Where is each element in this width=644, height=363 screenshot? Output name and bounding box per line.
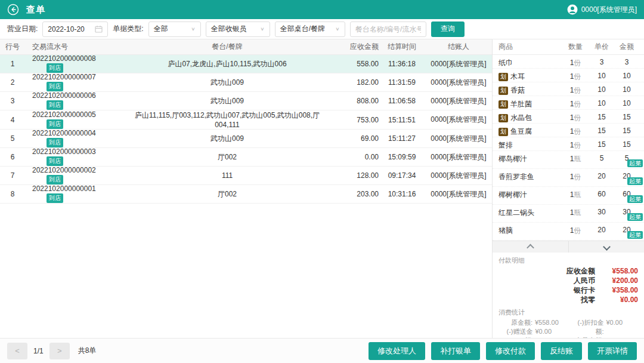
modify-payment-button[interactable]: 修改付款 (486, 342, 535, 360)
order-serial: 2022102000000003 (32, 148, 126, 156)
order-amount: 182.00 (328, 78, 379, 87)
chevron-down-icon: ∨ (260, 26, 264, 32)
top-bar: 查单 0000[系统管理员] (0, 0, 644, 19)
modify-handler-button[interactable]: 修改处理人 (369, 342, 425, 360)
order-time: 11:06:58 (379, 97, 425, 105)
col-item-amount: 金额 (614, 42, 644, 52)
item-name-cell: 蟹排 (493, 140, 562, 150)
list-item[interactable]: 划羊肚菌1份1010 (493, 96, 644, 110)
footer-bar: < 1/1 > 共8单 修改处理人补打银单修改付款反结账开票详情 (0, 338, 644, 363)
list-item[interactable]: 香煎罗非鱼1份2020起菜 (493, 169, 644, 187)
item-unit: 份 (574, 141, 581, 149)
item-name: 红星二锅头 (499, 208, 534, 218)
list-item[interactable]: 猪脑1份2020起菜 (493, 223, 644, 241)
order-table-name: 武功山009 (126, 96, 328, 106)
stat-row: (-)折扣金额:¥0.00 (569, 318, 638, 336)
hua-badge: 划 (499, 128, 508, 136)
order-row-no: 7 (0, 171, 25, 180)
table-row[interactable]: 52022102000000004到店武功山00969.0015:11:2700… (0, 130, 492, 148)
chevron-down-icon (603, 243, 611, 251)
order-time: 09:17:34 (379, 171, 425, 180)
order-serial-cell: 2022102000000004到店 (25, 130, 126, 147)
order-detail-panel: 商品 数量 单价 金额 纸巾1份33划木耳1份1010划香菇1份1010划羊肚菌… (492, 39, 644, 338)
order-serial-badge-line: 到店 (32, 100, 126, 110)
item-amount: 10 (614, 85, 644, 94)
order-amount: 558.00 (328, 60, 379, 68)
order-serial-badge-line: 到店 (32, 193, 126, 203)
table-row[interactable]: 82022102000000001到店厅002203.0010:31:16000… (0, 185, 492, 204)
col-cashier: 结账人 (425, 42, 492, 52)
table-row[interactable]: 22022102000000007到店武功山009182.0011:31:590… (0, 73, 492, 92)
col-amount: 应收金额 (328, 42, 379, 52)
order-serial-cell: 2022102000000006到店 (25, 92, 126, 110)
business-date-input[interactable]: 2022-10-20 (42, 21, 108, 37)
invoice-details-button[interactable]: 开票详情 (588, 342, 637, 360)
table-row[interactable]: 72022102000000002到店111128.0009:17:340000… (0, 167, 492, 185)
order-amount: 0.00 (328, 153, 379, 161)
col-item-qty: 数量 (562, 42, 589, 52)
query-button[interactable]: 查询 (431, 21, 465, 37)
list-item[interactable]: 划鱼豆腐1份1515 (493, 124, 644, 137)
list-item[interactable]: 椰岛椰汁1瓶55起菜 (493, 151, 644, 169)
item-qty: 1份 (562, 140, 589, 150)
order-amount: 69.00 (328, 134, 379, 143)
list-item[interactable]: 纸巾1份33 (493, 55, 644, 69)
list-item[interactable]: 划木耳1份1010 (493, 69, 644, 82)
payment-row: 应收金额¥558.00 (499, 266, 638, 276)
scroll-up-button[interactable] (493, 241, 568, 253)
item-name-cell: 划羊肚菌 (493, 99, 562, 109)
date-label: 营业日期: (7, 24, 38, 34)
reprint-bill-button[interactable]: 补打银单 (431, 342, 480, 360)
cashier-select[interactable]: 全部收银员 ∨ (206, 21, 270, 37)
col-item-name: 商品 (493, 42, 562, 52)
item-price: 10 (589, 85, 614, 94)
payment-row: 银行卡¥358.00 (499, 285, 638, 295)
order-row-no: 8 (0, 190, 25, 198)
back-icon[interactable] (7, 4, 19, 16)
list-item[interactable]: 蟹排1份1515 (493, 137, 644, 151)
item-unit: 瓶 (574, 190, 581, 199)
payment-label: 找零 (581, 295, 595, 304)
table-row[interactable]: 62022102000000003到店厅0020.0015:09:590000[… (0, 148, 492, 167)
item-price: 15 (589, 127, 614, 135)
order-time: 15:11:51 (379, 116, 425, 124)
item-price: 30 (589, 208, 614, 216)
scroll-down-button[interactable] (568, 241, 644, 253)
item-name-cell: 椰岛椰汁 (493, 154, 562, 164)
table-row[interactable]: 12022102000000008到店庐山07,龙虎山,庐山10,115,武功山… (0, 55, 492, 73)
reverse-settlement-button[interactable]: 反结账 (541, 342, 582, 360)
item-unit: 份 (574, 127, 581, 136)
item-unit: 份 (574, 226, 581, 235)
order-serial: 2022102000000008 (32, 55, 126, 63)
list-item[interactable]: 红星二锅头1瓶3030起菜 (493, 205, 644, 223)
qicai-badge: 起菜 (627, 213, 643, 221)
table-row[interactable]: 32022102000000006到店武功山009808.0011:06:580… (0, 92, 492, 110)
prev-page-button[interactable]: < (7, 343, 27, 359)
table-row[interactable]: 42022102000000005到店庐山11,115,厅003,112,武功山… (0, 110, 492, 130)
search-input[interactable] (350, 21, 426, 37)
user-account[interactable]: 0000[系统管理员] (567, 4, 637, 15)
order-cashier: 0000[系统管理员] (425, 115, 492, 125)
order-serial: 2022102000000007 (32, 73, 126, 81)
avatar-icon (567, 4, 578, 15)
item-price: 15 (589, 140, 614, 149)
date-value: 2022-10-20 (48, 25, 84, 33)
order-type-select[interactable]: 全部 ∨ (148, 21, 201, 37)
list-item[interactable]: 划水晶包1份1515 (493, 110, 644, 124)
item-name: 木耳 (510, 72, 525, 82)
item-qty: 1份 (562, 99, 589, 109)
payment-value: ¥358.00 (595, 285, 638, 295)
order-cashier: 0000[系统管理员] (425, 59, 492, 69)
order-serial-cell: 2022102000000001到店 (25, 185, 126, 203)
next-page-button[interactable]: > (49, 343, 70, 359)
table-select[interactable]: 全部桌台/餐牌 ∨ (275, 21, 345, 37)
order-serial: 2022102000000001 (32, 185, 126, 193)
list-item[interactable]: 划香菇1份1010 (493, 82, 644, 96)
order-time: 11:36:18 (379, 60, 425, 68)
stat-label: 原金额: (499, 318, 532, 327)
main-content: 行号 交易流水号 餐台/餐牌 应收金额 结算时间 结账人 12022102000… (0, 39, 644, 338)
item-name: 鱼豆腐 (510, 127, 532, 137)
page-indicator: 1/1 (33, 347, 44, 355)
list-item[interactable]: 椰树椰汁1瓶6060起菜 (493, 187, 644, 205)
items-header: 商品 数量 单价 金额 (493, 39, 644, 55)
